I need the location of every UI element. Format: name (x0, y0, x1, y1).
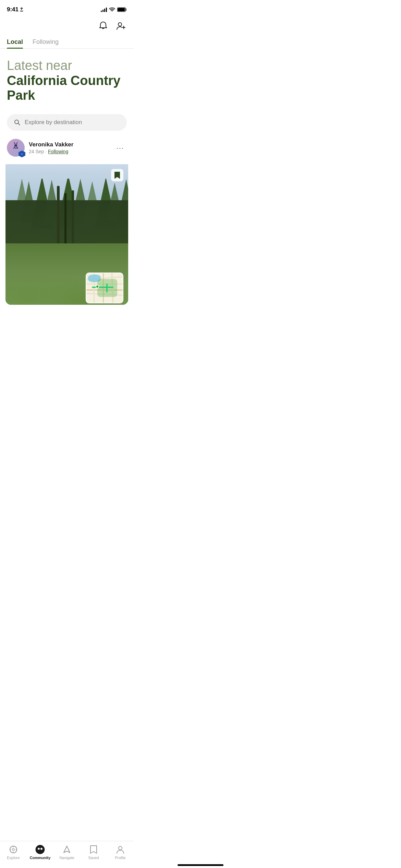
tabs: Local Following (0, 36, 134, 49)
post-more-button[interactable]: ··· (113, 143, 127, 153)
avatar[interactable]: + (7, 139, 25, 157)
wifi-icon (109, 7, 115, 12)
svg-text:+: + (21, 153, 23, 156)
status-bar: 9:41 (0, 0, 134, 17)
status-time: 9:41 (7, 6, 23, 13)
search-input[interactable] (25, 119, 120, 126)
status-icons (101, 7, 127, 12)
post-card: + Veronika Vakker 24 Sep · Following ··· (5, 139, 128, 305)
svg-rect-2 (118, 8, 125, 11)
svg-point-7 (15, 145, 16, 147)
add-friend-button[interactable] (115, 20, 127, 32)
post-date: 24 Sep · Following (29, 149, 113, 154)
post-image (5, 161, 128, 305)
search-bar[interactable] (7, 114, 127, 131)
tab-following[interactable]: Following (33, 36, 59, 48)
hero-section: Latest near California Country Park (0, 49, 134, 109)
battery-icon (117, 7, 127, 12)
header (0, 17, 134, 36)
map-thumbnail[interactable] (86, 273, 123, 303)
bookmark-button[interactable] (111, 169, 123, 181)
svg-point-0 (112, 11, 112, 12)
hero-latest-text: Latest near (7, 58, 127, 73)
tab-local[interactable]: Local (7, 36, 23, 48)
notification-button[interactable] (97, 20, 109, 32)
signal-icon (101, 7, 107, 12)
search-icon (14, 119, 21, 126)
hero-location-text: California Country Park (7, 73, 127, 103)
post-username: Veronika Vakker (29, 141, 113, 148)
post-following-link[interactable]: Following (48, 149, 68, 154)
post-meta: Veronika Vakker 24 Sep · Following (29, 141, 113, 154)
svg-point-3 (118, 23, 122, 26)
post-header: + Veronika Vakker 24 Sep · Following ··· (5, 139, 128, 161)
